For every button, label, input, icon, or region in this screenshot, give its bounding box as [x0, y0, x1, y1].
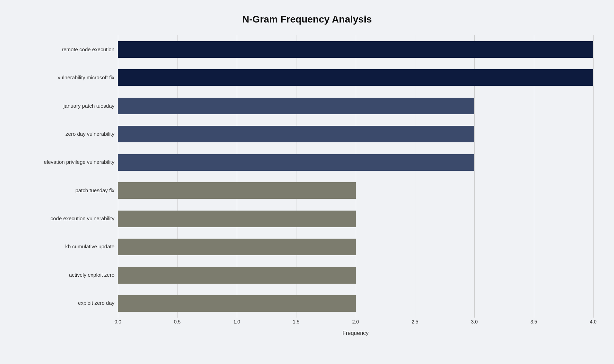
x-tick: 2.0	[352, 319, 359, 325]
bar	[118, 154, 474, 171]
bar	[118, 69, 593, 86]
chart-title: N-Gram Frequency Analysis	[21, 14, 593, 25]
y-label: patch tuesday fix	[21, 180, 114, 201]
bar	[118, 126, 474, 142]
y-labels: remote code executionvulnerability micro…	[21, 35, 118, 318]
bar	[118, 98, 474, 114]
y-label: remote code execution	[21, 39, 114, 60]
bar	[118, 267, 356, 284]
chart-container: N-Gram Frequency Analysis remote code ex…	[0, 0, 614, 364]
x-tick: 0.5	[174, 319, 181, 325]
x-tick: 2.5	[412, 319, 418, 325]
bar	[118, 182, 356, 199]
y-label: kb cumulative update	[21, 236, 114, 257]
x-tick: 3.5	[530, 319, 537, 325]
chart-body: remote code executionvulnerability micro…	[21, 35, 593, 336]
y-label: january patch tuesday	[21, 95, 114, 116]
x-axis-label: Frequency	[118, 330, 593, 336]
bar	[118, 41, 593, 58]
bar	[118, 211, 356, 227]
y-label: elevation privilege vulnerability	[21, 152, 114, 172]
y-label: code execution vulnerability	[21, 208, 114, 229]
x-tick: 3.0	[471, 319, 478, 325]
x-ticks: 0.00.51.01.52.02.53.03.54.0	[118, 318, 593, 328]
y-label: zero day vulnerability	[21, 124, 114, 144]
y-label: actively exploit zero	[21, 264, 114, 285]
bar-row	[118, 39, 593, 60]
x-tick: 4.0	[590, 319, 596, 325]
bar-row	[118, 96, 593, 116]
y-label: vulnerability microsoft fix	[21, 67, 114, 88]
bar-row	[118, 180, 593, 201]
bars-and-grid	[118, 35, 593, 318]
x-axis-area: 0.00.51.01.52.02.53.03.54.0 Frequency	[118, 318, 593, 336]
x-tick: 0.0	[114, 319, 121, 325]
bar-row	[118, 208, 593, 229]
bars-column	[118, 35, 593, 318]
bars-area: remote code executionvulnerability micro…	[21, 35, 593, 318]
bar-row	[118, 152, 593, 173]
bar-row	[118, 67, 593, 88]
grid-line	[593, 35, 594, 318]
bar-row	[118, 124, 593, 144]
y-label: exploit zero day	[21, 292, 114, 313]
bar-row	[118, 237, 593, 257]
bar	[118, 239, 356, 255]
bar-row	[118, 265, 593, 286]
bar	[118, 295, 356, 312]
x-tick: 1.0	[233, 319, 240, 325]
bar-row	[118, 293, 593, 314]
x-tick: 1.5	[293, 319, 299, 325]
